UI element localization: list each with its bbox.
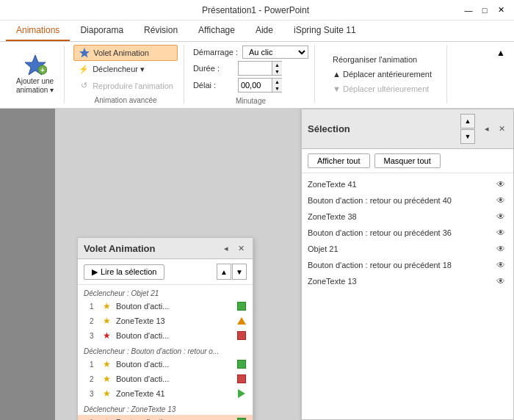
duree-up-button[interactable]: ▲ [272,62,282,68]
ribbon-group-rearrange: Réorganiser l'animation ▲ Déplacer antér… [318,45,447,104]
add-animation-button[interactable]: + Ajouter uneanimation ▾ [12,52,58,96]
minimize-button[interactable]: — [461,3,476,18]
trigger-label-1: Déclencheur : Objet 21 [78,288,253,299]
anim-item-2-1[interactable]: 1 ★ Bouton d'acti... [78,357,253,372]
duree-spinbox: ▲ ▼ [238,61,282,76]
ribbon-group-timing: Démarrage : Au clic Avec le précédent Ap… [187,45,315,104]
anim-name-2-3: ZoneTexte 41 [116,389,234,398]
anim-item-2-2[interactable]: 2 ★ Bouton d'acti... [78,372,253,386]
deplacer-apr-button[interactable]: ▼ Déplacer ultérieurement [330,83,435,95]
demarrage-label: Démarrage : [193,48,238,57]
animation-panel-header[interactable]: Volet Animation ◂ ✕ [78,238,253,259]
declencheur-icon: ⚡ [78,64,90,76]
tab-animations[interactable]: Animations [6,21,70,41]
anim-num-2-2: 2 [90,375,100,383]
duree-input[interactable] [239,63,272,73]
sel-item-name-1: ZoneTexte 41 [308,180,494,189]
declencheur-button[interactable]: ⚡ Déclencheur ▾ [73,62,178,77]
animation-close-button[interactable]: ✕ [235,242,247,254]
slide-thumbnail-bg [0,109,55,420]
title-bar: Présentation1 - PowerPoint — □ ✕ [0,0,514,21]
show-all-button[interactable]: Afficher tout [308,153,370,168]
sel-eye-1[interactable]: 👁 [494,179,507,189]
delai-up-button[interactable]: ▲ [272,79,282,85]
sel-item-7[interactable]: ZoneTexte 13 👁 [302,273,513,289]
selection-scroll-down-button[interactable]: ▼ [460,129,475,144]
hide-all-button[interactable]: Masquer tout [374,153,441,168]
sel-eye-5[interactable]: 👁 [494,244,507,254]
trigger-label-3: Déclencheur : ZoneTexte 13 [78,404,253,415]
sel-item-name-2: Bouton d'action : retour ou précédent 40 [308,196,494,205]
add-animation-label: Ajouter uneanimation ▾ [16,77,54,95]
delai-input[interactable] [239,80,272,90]
anim-item-1-3[interactable]: 3 ★ Bouton d'acti... [78,328,253,343]
rearrange-actions: Réorganiser l'animation ▲ Déplacer antér… [324,51,441,98]
sel-item-5[interactable]: Objet 21 👁 [302,241,513,257]
sel-eye-3[interactable]: 👁 [494,211,507,222]
ribbon-collapse-button[interactable]: ▲ [493,45,508,61]
sel-item-4[interactable]: Bouton d'action : retour ou précédent 36… [302,225,513,241]
sel-item-6[interactable]: Bouton d'action : retour ou précédent 18… [302,257,513,273]
selection-scroll-buttons: ▲ ▼ [460,114,475,144]
play-label: Lire la sélection [101,267,156,276]
reproduire-icon: ↺ [78,80,90,92]
anim-num-1-2: 2 [90,317,100,325]
anim-star-2-2: ★ [103,374,113,384]
rearrangeranimation-button[interactable]: Réorganiser l'animation [330,54,435,65]
animation-panel-title: Volet Animation [84,243,156,254]
animation-panel-controls: ◂ ✕ [220,242,247,254]
trigger-group-2: Déclencheur : Bouton d'action : retour o… [78,346,253,401]
tab-diaporama[interactable]: Diaporama [70,21,134,41]
anim-item-1-1[interactable]: 1 ★ Bouton d'acti... [78,299,253,314]
sel-item-name-5: Objet 21 [308,245,494,253]
volet-icon [79,47,90,59]
selection-pin-button[interactable]: ◂ [481,123,493,135]
selection-panel-toolbar: Afficher tout Masquer tout [302,149,513,173]
anim-item-1-2[interactable]: 2 ★ ZoneTexte 13 [78,314,253,328]
anim-num-1-3: 3 [90,332,100,340]
animation-nav-down-button[interactable]: ▼ [232,264,247,280]
sel-eye-2[interactable]: 👁 [494,195,507,206]
anim-name-1-1: Bouton d'acti... [116,302,234,311]
sel-item-2[interactable]: Bouton d'action : retour ou précédent 40… [302,192,513,209]
sel-eye-6[interactable]: 👁 [494,260,507,270]
selection-list: ZoneTexte 41 👁 Bouton d'action : retour … [302,173,513,292]
ribbon-bar: + Ajouter uneanimation ▾ Volet Animation [0,42,514,109]
animation-pin-button[interactable]: ◂ [220,242,232,254]
sel-item-3[interactable]: ZoneTexte 38 👁 [302,209,513,225]
maximize-button[interactable]: □ [477,3,492,18]
window-title: Présentation1 - PowerPoint [50,5,461,15]
demarrage-select[interactable]: Au clic Avec le précédent Après le précé… [242,46,308,59]
tab-aide[interactable]: Aide [245,21,283,41]
animation-nav-up-button[interactable]: ▲ [217,264,231,280]
selection-close-button[interactable]: ✕ [496,123,507,135]
anim-item-2-3[interactable]: 3 ★ ZoneTexte 41 [78,386,253,401]
reproduire-button[interactable]: ↺ Reproduire l'animation [73,79,178,93]
selection-scroll-up-button[interactable]: ▲ [460,114,475,128]
selection-panel-header: Sélection ▲ ▼ ◂ ✕ [302,109,513,149]
anim-effect-1-3 [236,330,247,341]
ribbon-tabs: Animations Diaporama Révision Affichage … [0,21,514,42]
tab-ispring[interactable]: iSpring Suite 11 [283,21,366,41]
anim-num-2-3: 3 [90,390,100,398]
workspace: Volet Animation ◂ ✕ ▶ Lire la sélection … [0,109,514,420]
sel-eye-7[interactable]: 👁 [494,276,507,286]
demarrage-row: Démarrage : Au clic Avec le précédent Ap… [193,46,308,59]
duree-down-button[interactable]: ▼ [272,68,282,75]
close-button[interactable]: ✕ [493,3,508,18]
minutage-label: Minutage [236,97,266,105]
trigger-label-2: Déclencheur : Bouton d'action : retour o… [78,346,253,357]
anim-item-3-1[interactable]: 1 ★ Bouton d'acti... [78,415,253,420]
tab-revision[interactable]: Révision [134,21,188,41]
anim-effect-1-2 [236,316,247,326]
delai-down-button[interactable]: ▼ [272,85,282,92]
volet-animation-button[interactable]: Volet Animation [73,45,178,61]
tab-affichage[interactable]: Affichage [188,21,245,41]
ribbon-row-volet: Volet Animation ⚡ Déclencheur ▾ ↺ Reprod… [73,45,178,93]
deplacer-av-button[interactable]: ▲ Déplacer antérieurement [330,68,435,80]
animation-avancee-label: Animation avancée [94,96,156,104]
deplacer-apr-label: ▼ Déplacer ultérieurement [333,84,429,93]
sel-eye-4[interactable]: 👁 [494,228,507,238]
sel-item-1[interactable]: ZoneTexte 41 👁 [302,176,513,192]
play-selection-button[interactable]: ▶ Lire la sélection [84,264,164,280]
